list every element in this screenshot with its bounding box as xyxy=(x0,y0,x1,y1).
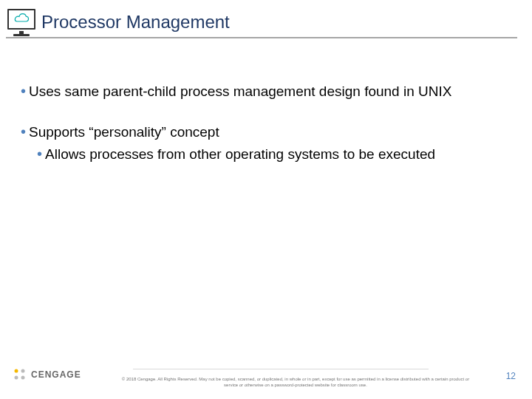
svg-point-2 xyxy=(15,376,18,380)
slide-container: Processor Management •Uses same parent-c… xyxy=(0,0,532,399)
slide-body: •Uses same parent-child process manageme… xyxy=(21,81,510,164)
svg-point-1 xyxy=(21,369,25,373)
bullet-level-1: •Uses same parent-child process manageme… xyxy=(21,81,510,101)
cengage-star-icon xyxy=(13,368,27,381)
bullet-text: Uses same parent-child process managemen… xyxy=(29,83,451,99)
bullet-marker: • xyxy=(37,146,42,162)
brand-logo: CENGAGE xyxy=(13,368,81,381)
cloud-monitor-icon xyxy=(6,7,37,38)
svg-point-3 xyxy=(21,376,25,380)
page-number: 12 xyxy=(506,371,516,381)
slide-header: Processor Management xyxy=(6,7,517,38)
brand-name: CENGAGE xyxy=(31,369,81,380)
copyright-text: © 2018 Cengage. All Rights Reserved. May… xyxy=(118,377,473,389)
bullet-text: Allows processes from other operating sy… xyxy=(45,146,435,162)
bullet-level-1: •Supports “personality” concept •Allows … xyxy=(21,122,510,164)
svg-point-0 xyxy=(15,369,18,373)
title-divider xyxy=(6,37,517,38)
slide-footer: CENGAGE © 2018 Cengage. All Rights Reser… xyxy=(0,365,532,395)
slide-title: Processor Management xyxy=(41,7,230,33)
bullet-marker: • xyxy=(21,83,26,99)
bullet-text: Supports “personality” concept xyxy=(29,124,219,140)
bullet-level-2: •Allows processes from other operating s… xyxy=(37,144,510,164)
bullet-marker: • xyxy=(21,123,26,140)
